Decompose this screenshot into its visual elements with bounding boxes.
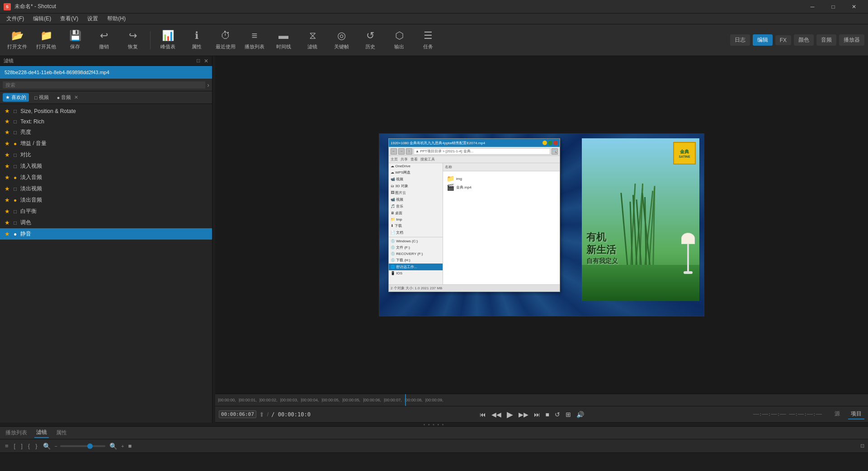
filter-item-contrast[interactable]: ★ □ 对比 [0, 149, 212, 160]
sidebar-desktop[interactable]: 🖥 桌面 [389, 210, 443, 217]
inner-up-btn[interactable]: ↑ [406, 148, 412, 155]
sidebar-onedrive[interactable]: ☁ OneDrive [389, 163, 443, 169]
filter-item-brightness[interactable]: ★ □ 亮度 [0, 127, 212, 138]
toolbar-keyframe[interactable]: ◎ 关键帧 [328, 27, 355, 54]
sidebar-music[interactable]: 🎵 音乐 [389, 203, 443, 210]
menu-edit[interactable]: 编辑(E) [28, 14, 56, 24]
sidebar-h-drive[interactable]: 💿 下载 (H:) [389, 257, 443, 264]
fast-forward-button[interactable]: ▶▶ [517, 410, 530, 419]
filter-item-size-position[interactable]: ★ □ Size, Position & Rotate [0, 106, 212, 116]
inner-min-btn[interactable] [542, 141, 547, 145]
filter-close-icon[interactable]: ✕ [204, 58, 208, 64]
toolbar-save[interactable]: 💾 保存 [61, 27, 89, 54]
inner-nav-home[interactable]: 主页 [391, 157, 398, 162]
toolbar-peak[interactable]: 📊 峰值表 [154, 27, 181, 54]
maximize-button[interactable]: □ [823, 0, 844, 14]
filter-item-color-grade[interactable]: ★ □ 调色 [0, 217, 212, 228]
filter-item-fade-in-video[interactable]: ★ □ 淡入视频 [0, 160, 212, 172]
menu-file[interactable]: 文件(F) [2, 14, 28, 24]
kf-brace-right-btn[interactable]: } [34, 442, 38, 450]
toolbar-open-other[interactable]: 📁 打开其他 [33, 27, 60, 54]
inner-path-bar[interactable]: ▲ PPT项目目录 > [2021-1-4] 金典... [414, 148, 550, 155]
tab-audio-close-icon[interactable]: ✕ [74, 94, 78, 100]
inner-max-btn[interactable] [548, 141, 552, 145]
sidebar-network[interactable]: 🌐 密访远工作... [389, 264, 443, 270]
sidebar-ios[interactable]: 📱 IOS [389, 270, 443, 276]
kf-bracket-left-btn[interactable]: [ [13, 442, 17, 450]
filter-item-text-rich[interactable]: ★ □ Text: Rich [0, 116, 212, 127]
bottom-tab-properties[interactable]: 属性 [54, 428, 69, 438]
filter-item-fade-out-audio[interactable]: ★ ● 淡出音频 [0, 194, 212, 206]
bottom-tab-playlist[interactable]: 播放列表 [4, 428, 29, 438]
kf-zoom-handle[interactable] [87, 443, 93, 449]
sidebar-videos[interactable]: 📹 视频 [389, 176, 443, 183]
search-input[interactable] [3, 81, 205, 89]
kf-zoom-out-btn[interactable]: 🔍 [42, 442, 52, 451]
source-tab[interactable]: 源 [832, 409, 843, 419]
menu-help[interactable]: 帮助(H) [103, 14, 130, 24]
filter-item-mute[interactable]: ★ ● 静音 [0, 228, 212, 240]
volume-button[interactable]: 🔊 [575, 410, 586, 419]
sidebar-download[interactable]: ⬇ 下载 [389, 222, 443, 229]
file-video[interactable]: 🎬 金典.mp4 [447, 184, 556, 191]
bottom-tab-filter[interactable]: 滤镜 [34, 428, 49, 438]
filter-item-white-balance[interactable]: ★ □ 白平衡 [0, 206, 212, 217]
kf-zoom-in-btn[interactable]: 🔍 [108, 442, 118, 451]
time-up-icon[interactable]: ⬆ [259, 411, 264, 418]
inner-close-btn[interactable] [553, 141, 558, 145]
toolbar-undo[interactable]: ↩ 撤销 [90, 27, 118, 54]
menu-settings[interactable]: 设置 [83, 14, 103, 24]
filter-item-fade-in-audio[interactable]: ★ ● 淡入音频 [0, 172, 212, 183]
inner-back-btn[interactable]: ← [391, 148, 397, 155]
search-arrow-icon[interactable]: › [207, 81, 209, 89]
kf-stop-btn[interactable]: ■ [127, 442, 133, 450]
toolbar-color-btn[interactable]: 颜色 [794, 34, 814, 46]
sidebar-vid2[interactable]: 📹 视频 [389, 196, 443, 203]
play-button[interactable]: ▶ [505, 409, 515, 420]
stop-button[interactable]: ■ [544, 410, 551, 419]
toolbar-log-btn[interactable]: 日志 [730, 34, 750, 46]
toolbar-player-btn[interactable]: 播放器 [839, 34, 864, 46]
inner-nav-tools[interactable]: 搜索工具 [420, 157, 435, 162]
vertical-resize-handle[interactable]: • • • • • [0, 423, 868, 426]
close-button[interactable]: ✕ [844, 0, 864, 14]
loop-button[interactable]: ↺ [553, 410, 562, 419]
go-start-button[interactable]: ⏮ [478, 410, 488, 419]
toolbar-recent[interactable]: ⏱ 最近使用 [212, 27, 239, 54]
prev-frame-button[interactable]: ◀◀ [490, 410, 503, 419]
toolbar-history[interactable]: ↺ 历史 [357, 27, 384, 54]
sidebar-c-drive[interactable]: 💿 Windows (C:) [389, 238, 443, 244]
sidebar-recovery[interactable]: 💿 RECOVERY (F:) [389, 251, 443, 257]
sidebar-f-drive[interactable]: 💿 文件 (F:) [389, 244, 443, 251]
current-time-display[interactable]: 00:00:06:07 [219, 410, 256, 418]
tab-favorites[interactable]: ★ 喜欢的 [3, 93, 29, 102]
menu-view[interactable]: 查看(V) [56, 14, 83, 24]
toolbar-filter[interactable]: ⧖ 滤镜 [299, 27, 326, 54]
toolbar-audio-btn[interactable]: 音频 [816, 34, 836, 46]
toolbar-open-file[interactable]: 📂 打开文件 [4, 27, 31, 54]
kf-menu-btn[interactable]: ≡ [4, 442, 10, 450]
inner-nav-share[interactable]: 共享 [401, 157, 408, 162]
filter-item-fade-out-video[interactable]: ★ □ 淡出视频 [0, 183, 212, 194]
sidebar-3d[interactable]: 🗂 3D 对象 [389, 183, 443, 189]
kf-bracket-right-btn[interactable]: ] [19, 442, 24, 450]
tab-video[interactable]: □ 视频 [32, 93, 52, 102]
inner-search-btn[interactable]: 🔍 [552, 148, 558, 155]
toolbar-fx-btn[interactable]: FX [775, 35, 791, 45]
inner-forward-btn[interactable]: → [398, 148, 405, 155]
toolbar-playlist[interactable]: ≡ 播放列表 [241, 27, 268, 54]
go-end-button[interactable]: ⏭ [532, 410, 542, 419]
toolbar-output[interactable]: ⬡ 输出 [386, 27, 413, 54]
filter-item-gain[interactable]: ★ ● 增益 / 音量 [0, 138, 212, 149]
sidebar-docs[interactable]: 📄 文档 [389, 229, 443, 236]
tab-audio[interactable]: ● 音频 ✕ [54, 93, 81, 102]
sidebar-pic[interactable]: 🖼 图片云 [389, 189, 443, 196]
kf-brace-left-btn[interactable]: { [27, 442, 31, 450]
project-tab[interactable]: 项目 [848, 409, 864, 419]
minimize-button[interactable]: ─ [802, 0, 823, 14]
file-img-folder[interactable]: 📁 img [447, 175, 556, 182]
grid-button[interactable]: ⊞ [564, 410, 573, 419]
sidebar-wps[interactable]: ☁ WPS网盘 [389, 169, 443, 176]
toolbar-properties[interactable]: ℹ 属性 [183, 27, 210, 54]
inner-nav-view[interactable]: 查看 [410, 157, 418, 162]
